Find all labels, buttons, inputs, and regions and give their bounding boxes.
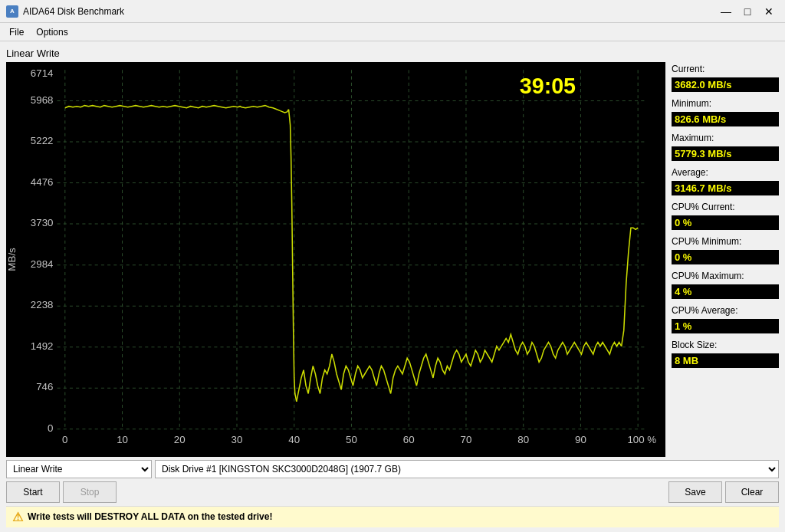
svg-text:4476: 4476 bbox=[31, 176, 54, 188]
current-value: 3682.0 MB/s bbox=[672, 77, 779, 92]
current-label: Current: bbox=[672, 64, 779, 74]
maximum-label: Maximum: bbox=[672, 133, 779, 143]
warning-icon: ⚠ bbox=[12, 510, 23, 524]
cpu-average-label: CPU% Average: bbox=[672, 305, 779, 316]
start-button[interactable]: Start bbox=[6, 481, 60, 503]
svg-text:50: 50 bbox=[346, 434, 357, 445]
menu-options[interactable]: Options bbox=[30, 25, 74, 39]
svg-text:0: 0 bbox=[48, 422, 53, 434]
svg-text:30: 30 bbox=[232, 434, 243, 445]
maximum-value: 5779.3 MB/s bbox=[672, 146, 779, 161]
warning-bar: ⚠ Write tests will DESTROY ALL DATA on t… bbox=[6, 506, 779, 527]
controls-row1: Linear Write Disk Drive #1 [KINGSTON SKC… bbox=[6, 460, 779, 478]
cpu-minimum-value: 0 % bbox=[672, 250, 779, 264]
svg-text:20: 20 bbox=[174, 434, 186, 445]
save-button[interactable]: Save bbox=[668, 481, 722, 503]
svg-text:5222: 5222 bbox=[31, 135, 54, 146]
svg-text:40: 40 bbox=[288, 434, 300, 445]
cpu-maximum-value: 4 % bbox=[672, 284, 779, 299]
window-title: AIDA64 Disk Benchmark bbox=[23, 6, 124, 17]
stop-button[interactable]: Stop bbox=[63, 481, 117, 503]
drive-select[interactable]: Disk Drive #1 [KINGSTON SKC3000D2048G] (… bbox=[155, 460, 779, 478]
cpu-current-label: CPU% Current: bbox=[672, 202, 779, 212]
svg-text:70: 70 bbox=[461, 434, 472, 445]
svg-text:6714: 6714 bbox=[31, 67, 54, 79]
controls-row2: Start Stop Save Clear bbox=[6, 481, 779, 503]
minimize-button[interactable]: — bbox=[716, 4, 736, 19]
bottom-controls: Linear Write Disk Drive #1 [KINGSTON SKC… bbox=[6, 457, 779, 506]
svg-text:2984: 2984 bbox=[31, 258, 54, 270]
svg-text:2238: 2238 bbox=[31, 299, 54, 310]
cpu-average-value: 1 % bbox=[672, 319, 779, 333]
title-bar-buttons: — □ ✕ bbox=[716, 4, 779, 19]
section-title: Linear Write bbox=[6, 48, 779, 59]
svg-rect-0 bbox=[6, 62, 665, 457]
svg-text:10: 10 bbox=[117, 434, 128, 445]
svg-text:39:05: 39:05 bbox=[520, 74, 576, 98]
chart-container: 0 746 1492 2238 2984 3730 4476 5222 5968… bbox=[6, 62, 665, 457]
test-type-select[interactable]: Linear Write bbox=[6, 460, 152, 478]
svg-text:5968: 5968 bbox=[31, 94, 54, 106]
title-bar: A AIDA64 Disk Benchmark — □ ✕ bbox=[0, 0, 785, 23]
svg-text:80: 80 bbox=[517, 434, 529, 445]
close-button[interactable]: ✕ bbox=[759, 4, 779, 19]
minimum-value: 826.6 MB/s bbox=[672, 112, 779, 126]
cpu-current-value: 0 % bbox=[672, 215, 779, 230]
clear-button[interactable]: Clear bbox=[725, 481, 779, 503]
svg-text:60: 60 bbox=[403, 434, 415, 445]
svg-text:90: 90 bbox=[575, 434, 586, 445]
average-label: Average: bbox=[672, 167, 779, 178]
svg-text:1492: 1492 bbox=[31, 340, 54, 352]
block-size-label: Block Size: bbox=[672, 340, 779, 350]
svg-text:3730: 3730 bbox=[31, 217, 54, 228]
maximize-button[interactable]: □ bbox=[737, 4, 757, 19]
menu-bar: File Options bbox=[0, 23, 785, 41]
cpu-maximum-label: CPU% Maximum: bbox=[672, 271, 779, 281]
main-content: Linear Write bbox=[0, 41, 785, 532]
svg-text:100 %: 100 % bbox=[627, 434, 656, 445]
stats-panel: Current: 3682.0 MB/s Minimum: 826.6 MB/s… bbox=[672, 62, 779, 457]
block-size-value: 8 MB bbox=[672, 353, 779, 368]
chart-stats-row: 0 746 1492 2238 2984 3730 4476 5222 5968… bbox=[6, 62, 779, 457]
minimum-label: Minimum: bbox=[672, 98, 779, 109]
app-icon: A bbox=[6, 5, 18, 18]
svg-text:MB/s: MB/s bbox=[6, 248, 18, 271]
cpu-minimum-label: CPU% Minimum: bbox=[672, 236, 779, 247]
title-bar-left: A AIDA64 Disk Benchmark bbox=[6, 5, 124, 18]
svg-text:0: 0 bbox=[62, 434, 67, 445]
svg-text:746: 746 bbox=[36, 381, 53, 392]
warning-text: Write tests will DESTROY ALL DATA on the… bbox=[28, 511, 272, 522]
chart-svg: 0 746 1492 2238 2984 3730 4476 5222 5968… bbox=[6, 62, 665, 457]
average-value: 3146.7 MB/s bbox=[672, 181, 779, 195]
menu-file[interactable]: File bbox=[3, 25, 30, 39]
